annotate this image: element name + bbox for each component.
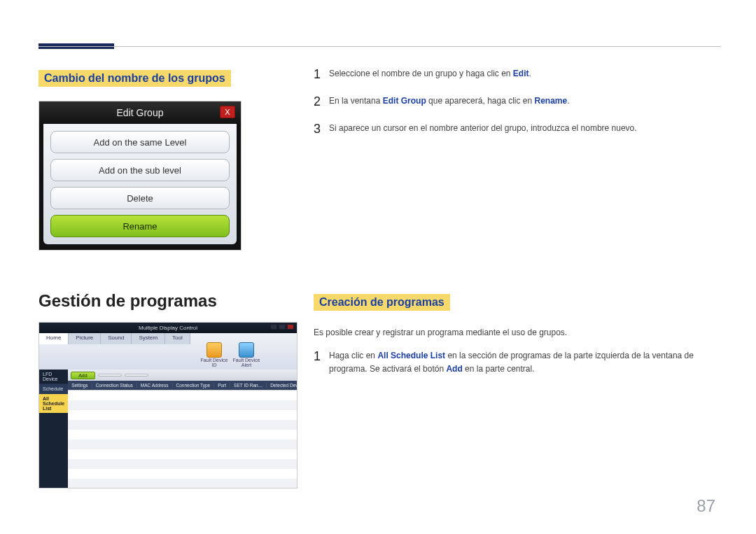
keyword-all-schedule-list: All Schedule List [377,351,445,360]
subheading-create-programs: Creación de programas [314,294,450,311]
tab-tool[interactable]: Tool [165,333,190,344]
page-number: 87 [696,496,715,516]
dialog-body: Add on the same Level Add on the sub lev… [43,124,237,244]
sidebar-all-schedule-list[interactable]: All Schedule List [39,394,68,413]
ribbon-tabs: Home Picture Sound System Tool [39,333,190,344]
add-same-level-button[interactable]: Add on the same Level [50,131,230,153]
step-1: 1 Seleccione el nombre de un grupo y hag… [314,67,720,82]
heading-gestion-programas: Gestión de programas [38,291,298,311]
col-mac: MAC Address [137,383,173,388]
app-main: Add Settings Connection Status MAC Addre… [68,370,298,489]
col-settings: Settings [68,383,92,388]
step-text: Si aparece un cursor en el nombre anteri… [329,122,720,135]
toolbar-button[interactable] [125,374,148,377]
ribbon-group-fault-id: Fault Device ID [200,342,228,367]
ribbon-label: Fault Device ID [200,358,228,367]
edit-group-dialog: Edit Group X Add on the same Level Add o… [38,101,241,251]
step-number: 3 [314,122,329,136]
close-icon[interactable] [287,324,294,330]
maximize-icon[interactable] [279,324,286,330]
section1-steps: 1 Seleccione el nombre de un grupo y hag… [314,67,720,149]
delete-button[interactable]: Delete [50,187,230,209]
ribbon-body: Fault Device ID Fault Device Alert [200,342,260,367]
intro-text: Es posible crear y registrar un programa… [314,326,720,339]
keyword-rename: Rename [535,96,568,106]
tab-sound[interactable]: Sound [101,333,132,344]
section2-left: Gestión de programas Multiple Display Co… [38,291,298,489]
minimize-icon[interactable] [270,324,277,330]
sidebar-item-schedule[interactable]: Schedule [39,384,68,394]
col-set-id: SET ID Ran… [230,383,267,388]
step-text: En la ventana Edit Group que aparecerá, … [329,94,720,108]
step-text: Seleccione el nombre de un grupo y haga … [329,67,720,80]
tab-home[interactable]: Home [39,333,69,344]
keyword-add: Add [446,364,462,374]
step-number: 2 [314,94,329,109]
column-headers: Settings Connection Status MAC Address C… [68,381,298,390]
ribbon-group-fault-alert: Fault Device Alert [232,342,260,367]
add-sub-level-button[interactable]: Add on the sub level [50,159,230,181]
tab-system[interactable]: System [132,333,165,344]
step-2: 2 En la ventana Edit Group que aparecerá… [314,94,720,109]
step-number: 1 [314,67,329,82]
dialog-title: Edit Group X [39,101,241,124]
section1-left: Cambio del nombre de los grupos Edit Gro… [38,70,298,251]
add-button[interactable]: Add [71,372,94,379]
app-title-text: Multiple Display Control [139,325,197,331]
toolbar-button[interactable] [98,374,122,377]
ribbon: Home Picture Sound System Tool Fault Dev… [39,333,297,370]
tab-picture[interactable]: Picture [69,333,101,344]
keyword-edit-group: Edit Group [383,96,426,106]
dialog-title-text: Edit Group [117,107,164,118]
rename-button[interactable]: Rename [50,215,230,237]
step-number: 1 [314,349,329,364]
fault-device-id-icon[interactable] [206,342,222,358]
section2-right: Creación de programas Es posible crear y… [314,294,720,389]
col-detected: Detected Devices [267,383,298,388]
app-screenshot: Multiple Display Control Home Picture So… [38,322,298,489]
header-rule [38,46,721,47]
step-1: 1 Haga clic en All Schedule List en la s… [314,349,720,376]
app-body: LFD Device Schedule All Schedule List Ad… [39,370,297,489]
sidebar: LFD Device Schedule All Schedule List [39,370,68,489]
step-text: Haga clic en All Schedule List en la sec… [329,349,720,376]
col-connection-status: Connection Status [92,383,137,388]
subheading-rename-groups: Cambio del nombre de los grupos [38,70,231,87]
keyword-edit: Edit [513,69,529,78]
data-grid[interactable] [68,390,298,489]
app-titlebar: Multiple Display Control [39,323,297,333]
step-3: 3 Si aparece un cursor en el nombre ante… [314,122,720,136]
main-toolbar: Add [68,370,298,381]
col-port: Port [214,383,230,388]
fault-device-alert-icon[interactable] [239,342,254,358]
col-conn-type: Connection Type [173,383,215,388]
ribbon-label: Fault Device Alert [232,358,260,367]
close-icon[interactable]: X [220,106,235,118]
window-buttons [270,324,294,330]
sidebar-item-lfd-device[interactable]: LFD Device [39,370,68,384]
